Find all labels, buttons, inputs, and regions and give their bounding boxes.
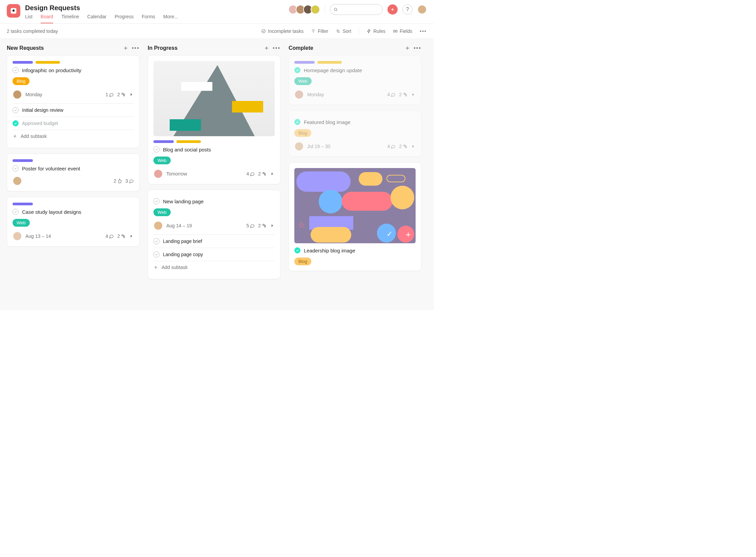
expand-button[interactable] bbox=[270, 171, 275, 176]
fields-button[interactable]: Fields bbox=[393, 28, 412, 34]
incomplete-label: Incomplete tasks bbox=[268, 28, 303, 34]
comment-icon bbox=[129, 179, 134, 183]
tab-calendar[interactable]: Calendar bbox=[87, 14, 107, 23]
sort-label: Sort bbox=[342, 28, 351, 34]
assignee-avatar[interactable] bbox=[13, 176, 22, 186]
column-title: New Requests bbox=[7, 45, 120, 51]
tab-progress[interactable]: Progress bbox=[114, 14, 133, 23]
card-image: ☆✓+ bbox=[294, 168, 416, 243]
subtask-checkbox[interactable] bbox=[13, 107, 19, 113]
member-avatars[interactable] bbox=[290, 5, 320, 14]
complete-checkbox[interactable] bbox=[294, 67, 300, 73]
subtasks: Initial design reviewApproved budgetAdd … bbox=[13, 103, 134, 142]
comment-icon bbox=[391, 144, 396, 149]
project-icon bbox=[7, 4, 20, 18]
assignee-avatar[interactable] bbox=[13, 90, 22, 99]
expand-button[interactable] bbox=[129, 92, 134, 97]
check-icon bbox=[155, 253, 158, 256]
check-icon bbox=[14, 68, 17, 72]
card[interactable]: Blog and social postsWebTomorrow42 bbox=[148, 55, 280, 184]
more-button[interactable]: ••• bbox=[420, 28, 427, 34]
filter-button[interactable]: Filter bbox=[311, 28, 328, 34]
assignee-avatar[interactable] bbox=[13, 231, 22, 241]
comment-count: 4 bbox=[105, 233, 114, 239]
card[interactable]: Featured blog imageBlogJul 19 – 3042 bbox=[289, 110, 421, 157]
add-subtask-button[interactable]: Add subtask bbox=[153, 261, 275, 273]
tab-board[interactable]: Board bbox=[41, 14, 53, 23]
tab-more-[interactable]: More... bbox=[163, 14, 178, 23]
card-title: Blog and social posts bbox=[163, 147, 211, 152]
comment-count: 1 bbox=[105, 92, 114, 97]
subtask-item[interactable]: Landing page brief bbox=[153, 235, 275, 248]
rules-button[interactable]: Rules bbox=[366, 28, 385, 34]
help-button[interactable]: ? bbox=[402, 4, 413, 15]
fields-label: Fields bbox=[400, 28, 412, 34]
complete-checkbox[interactable] bbox=[294, 247, 300, 253]
tag-row bbox=[13, 61, 134, 64]
card[interactable]: Homepage design updateWebMonday42 bbox=[289, 55, 421, 105]
add-button[interactable] bbox=[387, 4, 398, 15]
tab-forms[interactable]: Forms bbox=[142, 14, 155, 23]
subtask-checkbox[interactable] bbox=[13, 120, 19, 126]
card[interactable]: Poster for volunteer event23 bbox=[7, 153, 140, 191]
card[interactable]: New landing pageWebAug 14 – 1952Landing … bbox=[148, 190, 280, 279]
expand-button[interactable] bbox=[129, 234, 134, 239]
column-more-button[interactable]: ••• bbox=[273, 45, 280, 51]
due-date: Monday bbox=[25, 92, 42, 97]
subtask-checkbox[interactable] bbox=[153, 251, 160, 257]
complete-checkbox[interactable] bbox=[13, 165, 19, 171]
sort-button[interactable]: Sort bbox=[336, 28, 351, 34]
complete-checkbox[interactable] bbox=[13, 67, 19, 73]
card-title: Featured blog image bbox=[304, 119, 351, 125]
subtask-item[interactable]: Initial design review bbox=[13, 104, 134, 117]
assignee-avatar[interactable] bbox=[294, 90, 304, 99]
check-icon bbox=[296, 120, 299, 124]
check-icon bbox=[14, 210, 17, 213]
search-input[interactable] bbox=[330, 4, 383, 15]
incomplete-filter[interactable]: Incomplete tasks bbox=[261, 28, 303, 34]
due-date: Monday bbox=[307, 92, 324, 97]
complete-checkbox[interactable] bbox=[153, 146, 160, 152]
card-image bbox=[153, 61, 275, 136]
chip-blog: Blog bbox=[294, 129, 311, 137]
complete-checkbox[interactable] bbox=[294, 119, 300, 125]
card[interactable]: Case study layout designsWebAug 13 – 144… bbox=[7, 197, 140, 247]
add-card-button[interactable] bbox=[123, 45, 128, 51]
search-field[interactable] bbox=[340, 7, 379, 12]
filter-label: Filter bbox=[318, 28, 328, 34]
project-title: Design Requests bbox=[25, 4, 290, 12]
subtask-count: 2 bbox=[399, 92, 407, 97]
expand-button[interactable] bbox=[270, 223, 275, 228]
tag-row bbox=[153, 140, 275, 143]
expand-button[interactable] bbox=[411, 92, 416, 97]
subtask-item[interactable]: Approved budget bbox=[13, 117, 134, 130]
assignee-avatar[interactable] bbox=[153, 169, 163, 179]
subtask-checkbox[interactable] bbox=[153, 238, 160, 244]
tab-timeline[interactable]: Timeline bbox=[61, 14, 79, 23]
tag-row bbox=[13, 159, 134, 162]
card-title: Leadership blog image bbox=[304, 248, 355, 253]
due-date: Tomorrow bbox=[166, 171, 187, 177]
complete-checkbox[interactable] bbox=[13, 209, 19, 215]
me-avatar[interactable] bbox=[417, 5, 427, 14]
tab-list[interactable]: List bbox=[25, 14, 33, 23]
tabs: ListBoardTimelineCalendarProgressFormsMo… bbox=[25, 14, 290, 23]
add-card-button[interactable] bbox=[405, 45, 410, 51]
add-card-button[interactable] bbox=[264, 45, 269, 51]
expand-button[interactable] bbox=[411, 144, 416, 149]
column-more-button[interactable]: ••• bbox=[132, 45, 140, 51]
assignee-avatar[interactable] bbox=[153, 221, 163, 230]
svg-point-1 bbox=[334, 8, 337, 11]
subtask-icon bbox=[121, 234, 126, 239]
card[interactable]: ☆✓+Leadership blog imageBlog bbox=[289, 162, 421, 271]
add-subtask-button[interactable]: Add subtask bbox=[13, 130, 134, 142]
member-avatar[interactable] bbox=[311, 5, 320, 14]
tag-row bbox=[294, 61, 416, 64]
column-more-button[interactable]: ••• bbox=[414, 45, 421, 51]
card[interactable]: Infographic on productivityBlogMonday12I… bbox=[7, 55, 140, 148]
comment-count: 5 bbox=[246, 223, 255, 228]
comment-icon bbox=[250, 223, 255, 228]
complete-checkbox[interactable] bbox=[153, 198, 160, 204]
subtask-item[interactable]: Landing page copy bbox=[153, 248, 275, 261]
assignee-avatar[interactable] bbox=[294, 142, 304, 151]
